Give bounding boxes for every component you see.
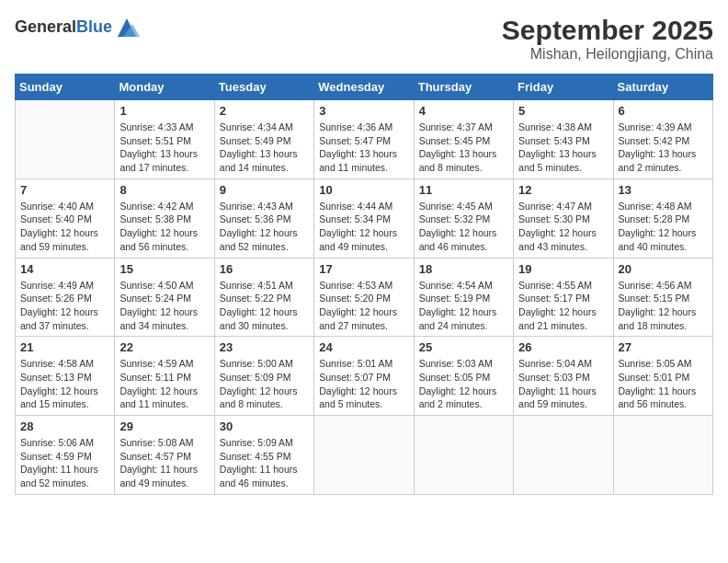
calendar-cell: 9Sunrise: 4:43 AM Sunset: 5:36 PM Daylig… xyxy=(214,178,313,258)
day-number: 8 xyxy=(119,183,209,197)
day-number: 7 xyxy=(20,183,109,197)
day-number: 25 xyxy=(419,340,508,354)
day-info: Sunrise: 5:04 AM Sunset: 5:03 PM Dayligh… xyxy=(518,357,608,411)
day-number: 1 xyxy=(119,104,209,118)
day-number: 30 xyxy=(220,419,309,433)
calendar-cell: 7Sunrise: 4:40 AM Sunset: 5:40 PM Daylig… xyxy=(16,178,115,258)
calendar-cell: 30Sunrise: 5:09 AM Sunset: 4:55 PM Dayli… xyxy=(214,416,313,495)
calendar-cell: 25Sunrise: 5:03 AM Sunset: 5:05 PM Dayli… xyxy=(414,337,513,416)
weekday-header-tuesday: Tuesday xyxy=(214,75,313,100)
calendar-cell: 14Sunrise: 4:49 AM Sunset: 5:26 PM Dayli… xyxy=(16,258,115,337)
day-number: 27 xyxy=(619,340,708,354)
day-info: Sunrise: 4:33 AM Sunset: 5:51 PM Dayligh… xyxy=(119,121,209,175)
calendar-cell: 12Sunrise: 4:47 AM Sunset: 5:30 PM Dayli… xyxy=(514,178,613,258)
logo-icon xyxy=(114,15,140,40)
calendar-cell: 24Sunrise: 5:01 AM Sunset: 5:07 PM Dayli… xyxy=(314,337,414,416)
logo-blue-text: Blue xyxy=(76,17,112,36)
calendar-cell: 8Sunrise: 4:42 AM Sunset: 5:38 PM Daylig… xyxy=(115,178,214,258)
day-number: 14 xyxy=(20,262,109,276)
calendar-cell xyxy=(16,100,115,179)
day-number: 10 xyxy=(319,183,408,197)
month-title: September 2025 xyxy=(502,15,713,46)
calendar-cell: 22Sunrise: 4:59 AM Sunset: 5:11 PM Dayli… xyxy=(115,337,214,416)
day-info: Sunrise: 4:42 AM Sunset: 5:38 PM Dayligh… xyxy=(119,200,209,254)
calendar-cell: 28Sunrise: 5:06 AM Sunset: 4:59 PM Dayli… xyxy=(16,416,115,495)
calendar-cell xyxy=(613,416,712,495)
weekday-header-thursday: Thursday xyxy=(414,75,513,100)
calendar-cell: 19Sunrise: 4:55 AM Sunset: 5:17 PM Dayli… xyxy=(514,258,613,337)
day-number: 2 xyxy=(220,104,309,118)
calendar-cell: 6Sunrise: 4:39 AM Sunset: 5:42 PM Daylig… xyxy=(613,100,712,179)
day-info: Sunrise: 4:59 AM Sunset: 5:11 PM Dayligh… xyxy=(119,357,209,411)
calendar-cell xyxy=(514,416,613,495)
day-info: Sunrise: 4:58 AM Sunset: 5:13 PM Dayligh… xyxy=(20,357,109,411)
day-number: 21 xyxy=(20,340,109,354)
weekday-header-wednesday: Wednesday xyxy=(314,75,414,100)
day-number: 17 xyxy=(319,262,408,276)
calendar-cell: 15Sunrise: 4:50 AM Sunset: 5:24 PM Dayli… xyxy=(115,258,214,337)
calendar-cell xyxy=(414,416,513,495)
day-info: Sunrise: 4:53 AM Sunset: 5:20 PM Dayligh… xyxy=(319,279,408,333)
weekday-header-saturday: Saturday xyxy=(613,75,712,100)
day-number: 22 xyxy=(119,340,209,354)
calendar-cell: 23Sunrise: 5:00 AM Sunset: 5:09 PM Dayli… xyxy=(214,337,313,416)
calendar-cell: 11Sunrise: 4:45 AM Sunset: 5:32 PM Dayli… xyxy=(414,178,513,258)
day-number: 20 xyxy=(619,262,708,276)
day-info: Sunrise: 4:48 AM Sunset: 5:28 PM Dayligh… xyxy=(619,200,708,254)
day-number: 3 xyxy=(319,104,408,118)
day-info: Sunrise: 5:00 AM Sunset: 5:09 PM Dayligh… xyxy=(220,357,309,411)
calendar-cell: 1Sunrise: 4:33 AM Sunset: 5:51 PM Daylig… xyxy=(115,100,214,179)
day-number: 12 xyxy=(518,183,608,197)
day-info: Sunrise: 5:01 AM Sunset: 5:07 PM Dayligh… xyxy=(319,357,408,411)
day-info: Sunrise: 5:06 AM Sunset: 4:59 PM Dayligh… xyxy=(20,436,109,490)
calendar-cell: 3Sunrise: 4:36 AM Sunset: 5:47 PM Daylig… xyxy=(314,100,414,179)
calendar-table: SundayMondayTuesdayWednesdayThursdayFrid… xyxy=(15,74,713,495)
day-number: 18 xyxy=(419,262,508,276)
day-number: 4 xyxy=(419,104,508,118)
calendar-cell: 10Sunrise: 4:44 AM Sunset: 5:34 PM Dayli… xyxy=(314,178,414,258)
weekday-header-friday: Friday xyxy=(514,75,613,100)
day-info: Sunrise: 4:45 AM Sunset: 5:32 PM Dayligh… xyxy=(419,200,508,254)
day-number: 26 xyxy=(518,340,608,354)
day-number: 23 xyxy=(220,340,309,354)
day-info: Sunrise: 4:55 AM Sunset: 5:17 PM Dayligh… xyxy=(518,279,608,333)
day-number: 19 xyxy=(518,262,608,276)
calendar-cell: 17Sunrise: 4:53 AM Sunset: 5:20 PM Dayli… xyxy=(314,258,414,337)
calendar-cell: 27Sunrise: 5:05 AM Sunset: 5:01 PM Dayli… xyxy=(613,337,712,416)
day-info: Sunrise: 4:51 AM Sunset: 5:22 PM Dayligh… xyxy=(220,279,309,333)
day-info: Sunrise: 4:43 AM Sunset: 5:36 PM Dayligh… xyxy=(220,200,309,254)
day-number: 9 xyxy=(220,183,309,197)
day-info: Sunrise: 4:54 AM Sunset: 5:19 PM Dayligh… xyxy=(419,279,508,333)
day-number: 16 xyxy=(220,262,309,276)
calendar-cell: 29Sunrise: 5:08 AM Sunset: 4:57 PM Dayli… xyxy=(115,416,214,495)
logo: GeneralBlue xyxy=(15,15,140,40)
day-number: 29 xyxy=(119,419,209,433)
weekday-header-monday: Monday xyxy=(115,75,214,100)
day-info: Sunrise: 4:39 AM Sunset: 5:42 PM Dayligh… xyxy=(619,121,708,175)
calendar-cell: 5Sunrise: 4:38 AM Sunset: 5:43 PM Daylig… xyxy=(514,100,613,179)
day-info: Sunrise: 5:05 AM Sunset: 5:01 PM Dayligh… xyxy=(619,357,708,411)
calendar-cell: 18Sunrise: 4:54 AM Sunset: 5:19 PM Dayli… xyxy=(414,258,513,337)
logo-general-text: General xyxy=(15,17,76,36)
day-number: 15 xyxy=(119,262,209,276)
day-info: Sunrise: 4:34 AM Sunset: 5:49 PM Dayligh… xyxy=(220,121,309,175)
day-info: Sunrise: 4:37 AM Sunset: 5:45 PM Dayligh… xyxy=(419,121,508,175)
day-info: Sunrise: 4:44 AM Sunset: 5:34 PM Dayligh… xyxy=(319,200,408,254)
day-info: Sunrise: 5:08 AM Sunset: 4:57 PM Dayligh… xyxy=(119,436,209,490)
day-info: Sunrise: 4:49 AM Sunset: 5:26 PM Dayligh… xyxy=(20,279,109,333)
day-number: 13 xyxy=(619,183,708,197)
day-info: Sunrise: 4:36 AM Sunset: 5:47 PM Dayligh… xyxy=(319,121,408,175)
day-number: 24 xyxy=(319,340,408,354)
day-info: Sunrise: 5:03 AM Sunset: 5:05 PM Dayligh… xyxy=(419,357,508,411)
calendar-cell: 16Sunrise: 4:51 AM Sunset: 5:22 PM Dayli… xyxy=(214,258,313,337)
day-info: Sunrise: 4:56 AM Sunset: 5:15 PM Dayligh… xyxy=(619,279,708,333)
day-number: 28 xyxy=(20,419,109,433)
day-number: 6 xyxy=(619,104,708,118)
day-number: 11 xyxy=(419,183,508,197)
calendar-cell: 2Sunrise: 4:34 AM Sunset: 5:49 PM Daylig… xyxy=(214,100,313,179)
calendar-cell: 26Sunrise: 5:04 AM Sunset: 5:03 PM Dayli… xyxy=(514,337,613,416)
day-info: Sunrise: 4:47 AM Sunset: 5:30 PM Dayligh… xyxy=(518,200,608,254)
title-block: September 2025 Mishan, Heilongjiang, Chi… xyxy=(502,15,713,63)
weekday-header-sunday: Sunday xyxy=(16,75,115,100)
location-title: Mishan, Heilongjiang, China xyxy=(502,46,713,63)
